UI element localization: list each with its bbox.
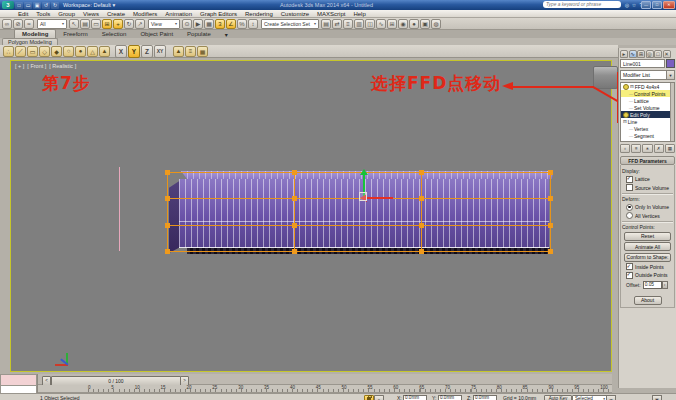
- z-coord-field[interactable]: 0.0mm: [473, 395, 497, 400]
- viewport-front[interactable]: [ + ] [ Front ] [ Realistic ]: [10, 60, 612, 372]
- listener-macro-pane[interactable]: [0, 374, 37, 386]
- select-move-icon[interactable]: +: [113, 19, 123, 29]
- about-button[interactable]: About: [634, 296, 662, 305]
- x-coord-field[interactable]: 0.0mm: [403, 395, 427, 400]
- stack-item-ffd[interactable]: ⊟ FFD 4x4x4: [621, 83, 674, 90]
- viewport-menu-shading[interactable]: [ Realistic ]: [49, 63, 76, 69]
- menu-item[interactable]: MAXScript: [313, 11, 349, 17]
- render-setup-icon[interactable]: ●: [409, 19, 419, 29]
- constraint-xy-button[interactable]: XY: [154, 45, 166, 58]
- menu-item[interactable]: Modifiers: [129, 11, 161, 17]
- percent-snap-icon[interactable]: %: [237, 19, 247, 29]
- time-slider-handle[interactable]: 0 / 100: [51, 376, 181, 386]
- show-end-result-icon[interactable]: ≡: [631, 144, 641, 153]
- edge-subobject-icon[interactable]: ／: [15, 46, 26, 57]
- close-button[interactable]: ✕: [663, 1, 675, 9]
- spline-path-line[interactable]: [119, 167, 120, 251]
- element-subobject-icon[interactable]: ◆: [51, 46, 62, 57]
- tab-modeling[interactable]: Modeling: [14, 29, 56, 38]
- time-slider-track[interactable]: < 0 / 100 >: [38, 374, 612, 385]
- radio-unselected-icon[interactable]: [626, 212, 633, 219]
- utilities-tab-icon[interactable]: ✕: [663, 50, 671, 58]
- gizmo-y-arrow-icon[interactable]: [360, 169, 368, 175]
- curve-editor-icon[interactable]: ∿: [376, 19, 386, 29]
- menu-item[interactable]: Animation: [161, 11, 196, 17]
- angle-snap-icon[interactable]: ∠: [226, 19, 236, 29]
- select-rotate-icon[interactable]: ↻: [124, 19, 134, 29]
- reference-coordinate-dropdown[interactable]: View ▾: [148, 19, 180, 29]
- auto-key-button[interactable]: Auto Key: [544, 395, 572, 400]
- constraint-x-button[interactable]: X: [115, 45, 127, 58]
- ffd-control-points[interactable]: [165, 170, 170, 175]
- stack-item-vertex[interactable]: Vertex: [621, 125, 674, 132]
- use-pivot-icon[interactable]: ⊙: [182, 19, 192, 29]
- select-manipulate-icon[interactable]: ▶: [193, 19, 203, 29]
- gizmo-center-handle[interactable]: [359, 192, 367, 201]
- object-color-swatch[interactable]: [666, 59, 675, 68]
- tab-selection[interactable]: Selection: [95, 30, 134, 38]
- 3ds-max-logo[interactable]: 3: [2, 1, 14, 9]
- tab-object-paint[interactable]: Object Paint: [133, 30, 180, 38]
- stack-item-edit-poly[interactable]: Edit Poly: [621, 111, 674, 118]
- select-scale-icon[interactable]: ↗: [135, 19, 145, 29]
- viewcube[interactable]: [593, 66, 618, 89]
- constraint-xy-icon[interactable]: ▲: [173, 46, 184, 57]
- workspace-selector[interactable]: Workspace: Default ▾: [63, 2, 115, 8]
- maximize-viewport-icon[interactable]: ▣: [652, 395, 662, 400]
- key-filter-dropdown[interactable]: Selected ▾: [572, 395, 608, 400]
- source-volume-checkbox[interactable]: Source Volume: [626, 184, 673, 191]
- display-tab-icon[interactable]: □: [654, 50, 662, 58]
- viewport-menu-view[interactable]: [ Front ]: [27, 63, 46, 69]
- modifier-list-dropdown[interactable]: Modifier List ▼: [620, 70, 675, 80]
- inside-points-checkbox[interactable]: Inside Points: [626, 263, 673, 270]
- checkbox-unchecked-icon[interactable]: [626, 184, 633, 191]
- grow-icon[interactable]: △: [87, 46, 98, 57]
- modify-tab-icon[interactable]: ∿: [629, 50, 637, 58]
- offset-field[interactable]: 0.05: [643, 281, 662, 289]
- snaps-toggle-icon[interactable]: 3: [215, 19, 225, 29]
- keyboard-override-icon[interactable]: ▦: [204, 19, 214, 29]
- vertex-subobject-icon[interactable]: ∴: [3, 46, 14, 57]
- spinner-icon[interactable]: ↕: [662, 281, 668, 289]
- hierarchy-tab-icon[interactable]: ⊞: [637, 50, 645, 58]
- configure-modifier-sets-icon[interactable]: ▦: [665, 144, 675, 153]
- menu-item[interactable]: Customize: [277, 11, 313, 17]
- menu-item[interactable]: Help: [349, 11, 369, 17]
- stack-item-lattice[interactable]: Lattice: [621, 97, 674, 104]
- stack-item-line[interactable]: ⊟ Line: [621, 118, 674, 125]
- reset-button[interactable]: Reset: [624, 232, 671, 241]
- spinner-snap-icon[interactable]: ↕: [248, 19, 258, 29]
- schematic-view-icon[interactable]: ⊞: [387, 19, 397, 29]
- lattice-checkbox[interactable]: Lattice: [626, 176, 673, 183]
- select-and-link-icon[interactable]: ∞: [2, 19, 12, 29]
- undo-icon[interactable]: ↺: [42, 2, 50, 9]
- polygon-subobject-icon[interactable]: ◇: [39, 46, 50, 57]
- select-object-icon[interactable]: ↖: [69, 19, 79, 29]
- layer-manager-icon[interactable]: ▥: [354, 19, 364, 29]
- all-vertices-radio[interactable]: All Vertices: [626, 212, 673, 219]
- mirror-icon[interactable]: ⇄: [332, 19, 342, 29]
- stack-item-segment[interactable]: Segment: [621, 132, 674, 139]
- render-production-icon[interactable]: ◍: [431, 19, 441, 29]
- open-file-icon[interactable]: ▭: [24, 2, 32, 9]
- unlink-icon[interactable]: ⊘: [13, 19, 23, 29]
- radio-selected-icon[interactable]: [626, 204, 633, 211]
- go-to-end-icon[interactable]: ⇥: [606, 395, 616, 400]
- menu-item[interactable]: Edit: [14, 11, 32, 17]
- object-name-field[interactable]: Line001: [620, 59, 665, 68]
- track-bar[interactable]: 0510152025303540455055606570758085909510…: [38, 385, 612, 393]
- stack-scrollbar[interactable]: [670, 83, 674, 141]
- tab-populate[interactable]: Populate: [180, 30, 218, 38]
- menu-item[interactable]: Create: [103, 11, 129, 17]
- select-by-name-icon[interactable]: ▤: [80, 19, 90, 29]
- previous-frame-button[interactable]: <: [42, 376, 51, 386]
- checkbox-checked-icon[interactable]: [626, 176, 633, 183]
- checkbox-checked-icon[interactable]: [626, 263, 633, 270]
- minimize-button[interactable]: —: [641, 1, 651, 9]
- rollout-header[interactable]: FFD Parameters: [620, 156, 675, 165]
- motion-tab-icon[interactable]: ◎: [646, 50, 654, 58]
- visibility-bulb-icon[interactable]: [623, 84, 629, 90]
- menu-item[interactable]: Graph Editors: [196, 11, 241, 17]
- conform-to-shape-button[interactable]: Conform to Shape:: [624, 253, 671, 262]
- favorites-star-icon[interactable]: ☆: [631, 2, 637, 8]
